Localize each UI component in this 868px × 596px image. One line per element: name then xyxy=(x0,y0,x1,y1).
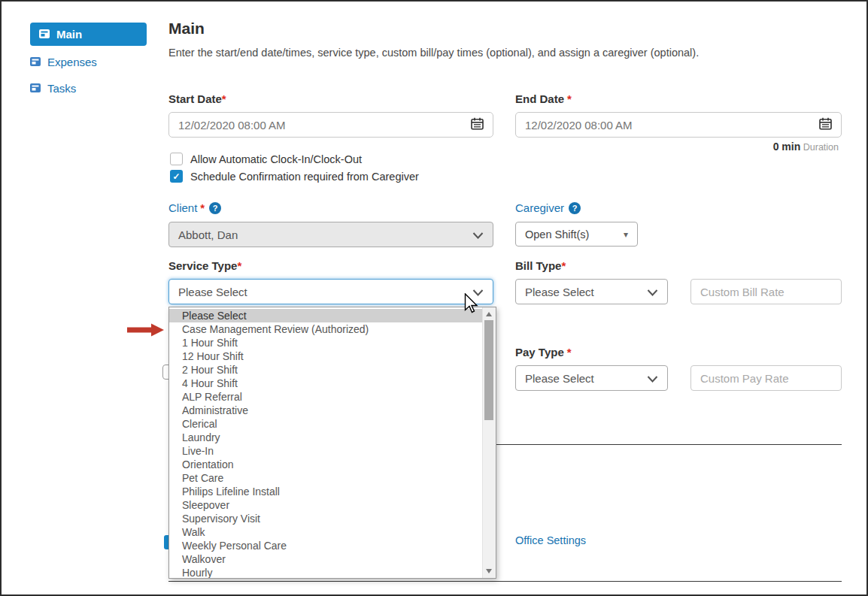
duration-value: 0 min xyxy=(773,141,801,153)
dropdown-option[interactable]: Orientation xyxy=(169,458,483,471)
required-mark: * xyxy=(237,259,241,272)
annotation-arrow xyxy=(127,323,165,337)
caregiver-label: Caregiver ? xyxy=(515,201,581,214)
schedule-confirmation-checkbox[interactable]: ✓ xyxy=(170,170,183,183)
end-date-input[interactable]: 12/02/2020 08:00 AM xyxy=(515,112,842,138)
bill-type-value: Please Select xyxy=(525,286,594,298)
start-date-input[interactable]: 12/02/2020 08:00 AM xyxy=(168,112,493,138)
service-type-select[interactable]: Please Select xyxy=(168,279,493,304)
dropdown-scrollbar[interactable] xyxy=(482,307,496,578)
chevron-down-icon xyxy=(472,228,484,241)
caregiver-select[interactable]: Open Shift(s) ▾ xyxy=(515,222,638,247)
client-label: Client* ? xyxy=(168,201,221,214)
dropdown-option[interactable]: Please Select xyxy=(169,309,483,322)
auto-clock-row: Allow Automatic Clock-In/Clock-Out xyxy=(170,153,362,165)
help-icon[interactable]: ? xyxy=(209,202,221,214)
sidebar-item-tasks[interactable]: Tasks xyxy=(30,80,76,96)
end-date-label: End Date* xyxy=(515,92,572,105)
pay-type-label: Pay Type* xyxy=(515,346,572,359)
page-title: Main xyxy=(168,20,205,38)
required-mark: * xyxy=(200,201,205,214)
dropdown-option[interactable]: Weekly Personal Care xyxy=(169,539,483,552)
help-icon[interactable]: ? xyxy=(569,202,581,214)
calendar-icon[interactable] xyxy=(471,117,484,132)
sidebar-item-main[interactable]: Main xyxy=(30,23,147,46)
dropdown-triangle-icon: ▾ xyxy=(624,229,628,240)
end-date-value: 12/02/2020 08:00 AM xyxy=(525,119,633,132)
dropdown-option[interactable]: ALP Referral xyxy=(169,390,483,404)
schedule-confirmation-label: Schedule Confirmation required from Care… xyxy=(190,171,419,183)
dropdown-option[interactable]: 12 Hour Shift xyxy=(169,349,483,363)
service-type-dropdown-list: Please Select Case Management Review (Au… xyxy=(168,307,496,579)
client-select[interactable]: Abbott, Dan xyxy=(168,222,493,247)
bill-type-select[interactable]: Please Select xyxy=(515,279,668,304)
schedule-confirmation-row: ✓ Schedule Confirmation required from Ca… xyxy=(170,170,419,183)
form-section-icon xyxy=(30,82,41,95)
schedule-dialog: Main Expenses Tasks Main Enter the start… xyxy=(0,0,868,596)
start-date-label: Start Date* xyxy=(168,92,226,105)
sidebar-item-label: Main xyxy=(56,28,82,41)
dropdown-option[interactable]: Sleepover xyxy=(169,498,483,512)
required-mark: * xyxy=(567,92,572,105)
dropdown-option[interactable]: Case Management Review (Authorized) xyxy=(169,322,483,336)
scroll-down-arrow-icon[interactable] xyxy=(486,569,492,573)
caregiver-value: Open Shift(s) xyxy=(525,228,589,241)
duration-display: 0 min Duration xyxy=(773,141,839,153)
dropdown-option[interactable]: 1 Hour Shift xyxy=(169,336,483,349)
office-settings-link[interactable]: Office Settings xyxy=(515,534,586,546)
custom-pay-rate-input[interactable] xyxy=(690,365,842,391)
start-date-value: 12/02/2020 08:00 AM xyxy=(178,119,286,132)
dropdown-option[interactable]: Supervisory Visit xyxy=(169,512,483,525)
mouse-cursor xyxy=(464,293,478,314)
chevron-down-icon xyxy=(647,286,658,298)
duration-label: Duration xyxy=(803,142,839,153)
dropdown-option[interactable]: Hourly xyxy=(169,566,483,579)
dropdown-option[interactable]: Administrative xyxy=(169,404,483,417)
dropdown-option[interactable]: Live-In xyxy=(169,444,483,458)
page-description: Enter the start/end date/times, service … xyxy=(168,47,699,59)
required-mark: * xyxy=(561,259,566,272)
dropdown-options: Please Select Case Management Review (Au… xyxy=(169,309,483,579)
dropdown-option[interactable]: Philips Lifeline Install xyxy=(169,485,483,498)
dropdown-option[interactable]: Laundry xyxy=(169,431,483,444)
custom-bill-rate-input[interactable] xyxy=(690,279,842,304)
form-section-icon xyxy=(39,28,50,41)
service-type-label: Service Type* xyxy=(168,259,241,272)
required-mark: * xyxy=(222,92,226,105)
service-type-value: Please Select xyxy=(178,286,247,298)
dropdown-option[interactable]: Clerical xyxy=(169,417,483,431)
sidebar-item-expenses[interactable]: Expenses xyxy=(30,53,97,70)
auto-clock-label: Allow Automatic Clock-In/Clock-Out xyxy=(190,153,362,165)
dropdown-option[interactable]: 2 Hour Shift xyxy=(169,363,483,377)
required-mark: * xyxy=(567,346,572,359)
bill-type-label: Bill Type* xyxy=(515,259,566,272)
auto-clock-checkbox[interactable] xyxy=(170,153,183,165)
client-value: Abbott, Dan xyxy=(178,228,238,241)
section-divider xyxy=(168,581,842,582)
pay-type-value: Please Select xyxy=(525,372,594,385)
dropdown-option[interactable]: Walkover xyxy=(169,552,483,566)
pay-type-select[interactable]: Please Select xyxy=(515,365,668,391)
form-section-icon xyxy=(30,56,41,68)
dropdown-option[interactable]: 4 Hour Shift xyxy=(169,377,483,390)
chevron-down-icon xyxy=(647,372,658,385)
sidebar-item-label: Expenses xyxy=(47,56,97,68)
dropdown-option[interactable]: Walk xyxy=(169,525,483,539)
check-icon: ✓ xyxy=(172,171,180,182)
sidebar-item-label: Tasks xyxy=(47,82,76,95)
scrollbar-thumb[interactable] xyxy=(484,320,493,420)
scroll-up-arrow-icon[interactable] xyxy=(486,312,492,316)
dropdown-option[interactable]: Pet Care xyxy=(169,471,483,485)
calendar-icon[interactable] xyxy=(819,117,832,132)
